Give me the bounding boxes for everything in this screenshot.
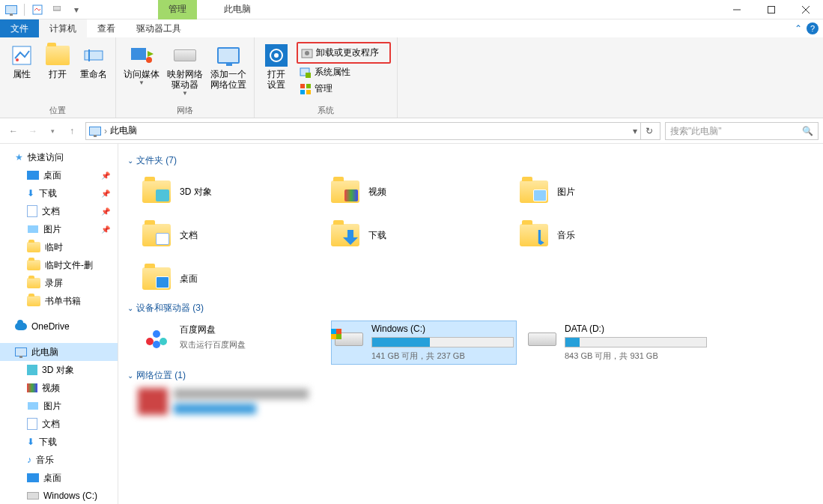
folder-icon (27, 242, 40, 252)
documents-icon (27, 418, 37, 430)
access-media-button[interactable]: 访问媒体 ▼ (122, 40, 161, 86)
sidebar-item-desktop2[interactable]: 桌面 (0, 469, 118, 487)
folder-videos[interactable]: 视频 (327, 173, 512, 210)
maximize-button[interactable] (754, 0, 789, 19)
svg-rect-21 (306, 84, 311, 88)
nav-up-button[interactable]: ↑ (63, 122, 81, 140)
chevron-down-icon: ⌄ (127, 371, 133, 380)
section-network-header[interactable]: ⌄ 网络位置 (1) (127, 369, 814, 382)
section-devices-header[interactable]: ⌄ 设备和驱动器 (3) (127, 302, 814, 315)
sidebar-item-temp[interactable]: 临时 (0, 238, 118, 256)
sidebar-item-music[interactable]: ♪音乐 (0, 451, 118, 469)
sidebar-item-desktop[interactable]: 桌面📌 (0, 166, 118, 184)
drive-c-capacity-bar (371, 337, 514, 347)
address-bar[interactable]: › 此电脑 ▾ ↻ (85, 122, 660, 140)
properties-button[interactable]: 属性 (6, 40, 37, 79)
folder-pictures[interactable]: 图片 (515, 173, 701, 210)
qat-dropdown-icon[interactable] (50, 3, 64, 16)
folder-3dobjects[interactable]: 3D 对象 (138, 173, 324, 210)
pictures-icon (27, 401, 39, 410)
svg-rect-19 (306, 73, 311, 78)
title-bar: ▾ 管理 此电脑 (0, 0, 823, 19)
sidebar-item-downloads[interactable]: ⬇下载📌 (0, 184, 118, 202)
search-box[interactable]: 🔍 (665, 122, 819, 140)
contextual-tab-manage[interactable]: 管理 (158, 0, 197, 19)
folder-downloads[interactable]: 下载 (327, 216, 512, 254)
drive-baidu[interactable]: 百度网盘 双击运行百度网盘 (138, 321, 324, 365)
map-network-drive-button[interactable]: 映射网络 驱动器 ▼ (165, 40, 204, 97)
svg-rect-23 (306, 90, 311, 94)
add-network-location-button[interactable]: 添加一个 网络位置 (209, 40, 248, 90)
svg-marker-11 (148, 51, 154, 57)
svg-rect-1 (53, 6, 61, 10)
sidebar-item-videos[interactable]: 视频 (0, 379, 118, 397)
uninstall-or-change-button[interactable]: 卸载或更改程序 (297, 42, 391, 64)
tab-drive-tools[interactable]: 驱动器工具 (126, 19, 192, 37)
breadcrumb-thispc[interactable]: 此电脑 (110, 124, 137, 137)
open-button[interactable]: 打开 (42, 40, 73, 79)
ribbon-group-system: 打开 设置 卸载或更改程序 系统属性 管理 系统 (255, 37, 398, 118)
nav-recent-dropdown[interactable]: ▾ (43, 122, 61, 140)
sidebar-this-pc[interactable]: 此电脑 (0, 343, 118, 361)
help-icon[interactable]: ? (807, 22, 819, 34)
system-properties-icon (300, 67, 312, 79)
onedrive-icon (15, 323, 27, 330)
drive-data-d[interactable]: DATA (D:) 843 GB 可用，共 931 GB (524, 321, 710, 365)
folder-desktop[interactable]: 桌面 (138, 260, 324, 297)
drive-windows-c[interactable]: Windows (C:) 141 GB 可用，共 237 GB (331, 321, 517, 365)
svg-rect-0 (33, 5, 42, 14)
drive-c-icon (335, 333, 363, 346)
sidebar-item-pictures2[interactable]: 图片 (0, 397, 118, 415)
content-pane: ⌄ 文件夹 (7) 3D 对象 视频 图片 文档 下载 音乐 桌面 ⌄ 设备和驱… (118, 144, 823, 504)
sidebar-item-pictures[interactable]: 图片📌 (0, 220, 118, 238)
documents-icon (27, 205, 37, 217)
search-icon[interactable]: 🔍 (802, 126, 813, 136)
sidebar-item-documents[interactable]: 文档📌 (0, 202, 118, 220)
downloads-icon: ⬇ (27, 437, 34, 447)
open-settings-button[interactable]: 打开 设置 (261, 40, 292, 90)
breadcrumb-separator: › (104, 126, 107, 136)
sidebar-item-windows-c[interactable]: Windows (C:) (0, 487, 118, 504)
sidebar-quick-access[interactable]: ★ 快速访问 (0, 148, 118, 166)
pin-icon: 📌 (101, 189, 110, 198)
minimize-button[interactable] (720, 0, 754, 19)
nav-back-button[interactable]: ← (4, 122, 22, 140)
qat-customize-icon[interactable]: ▾ (70, 3, 83, 16)
svg-point-12 (146, 57, 152, 63)
svg-rect-10 (131, 48, 146, 60)
collapse-ribbon-icon[interactable]: ⌃ (795, 23, 802, 34)
tab-view[interactable]: 查看 (87, 19, 126, 37)
qat-thispc-icon[interactable] (4, 3, 18, 16)
section-folders-header[interactable]: ⌄ 文件夹 (7) (127, 154, 814, 167)
rename-button[interactable]: 重命名 (78, 40, 109, 79)
sidebar-item-3dobjects[interactable]: 3D 对象 (0, 361, 118, 379)
system-properties-button[interactable]: 系统属性 (297, 64, 391, 80)
manage-button[interactable]: 管理 (297, 81, 391, 97)
baidu-icon (145, 329, 168, 350)
chevron-down-icon: ⌄ (127, 304, 133, 312)
search-input[interactable] (670, 126, 802, 136)
drive-d-icon (528, 333, 556, 346)
tab-file[interactable]: 文件 (0, 19, 39, 37)
sidebar-item-downloads2[interactable]: ⬇下载 (0, 433, 118, 451)
window-title: 此电脑 (212, 0, 263, 19)
tab-computer[interactable]: 计算机 (39, 19, 87, 37)
sidebar-item-books[interactable]: 书单书籍 (0, 292, 118, 310)
network-location-item-blurred[interactable] (138, 388, 814, 415)
folder-documents[interactable]: 文档 (138, 216, 324, 254)
nav-forward-button[interactable]: → (24, 122, 42, 140)
address-dropdown-icon[interactable]: ▾ (633, 126, 637, 136)
folder-icon (27, 260, 40, 270)
qat-separator (24, 4, 25, 16)
close-button[interactable] (789, 0, 823, 19)
folder-music[interactable]: 音乐 (515, 216, 701, 254)
sidebar-item-recording[interactable]: 录屏 (0, 274, 118, 292)
window-controls (720, 0, 823, 19)
qat-properties-icon[interactable] (31, 3, 44, 16)
sidebar-item-temp-del[interactable]: 临时文件-删 (0, 256, 118, 274)
sidebar-onedrive[interactable]: OneDrive (0, 318, 118, 336)
thispc-icon (15, 347, 27, 356)
sidebar-item-documents2[interactable]: 文档 (0, 415, 118, 433)
star-icon: ★ (15, 152, 23, 163)
refresh-button[interactable]: ↻ (640, 123, 657, 139)
